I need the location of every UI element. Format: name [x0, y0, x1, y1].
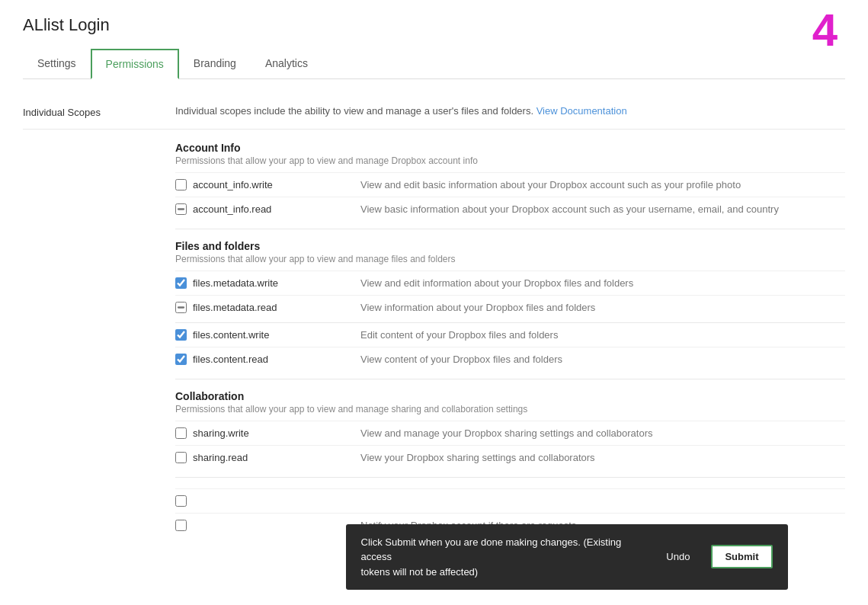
permission-name-account-write: account_info.write: [193, 179, 360, 190]
checkbox-extra1[interactable]: [175, 495, 187, 507]
permission-desc-sharing-write: View and manage your Dropbox sharing set…: [360, 427, 845, 439]
permission-name-files-content-write: files.content.write: [193, 329, 360, 341]
undo-button[interactable]: Undo: [660, 548, 696, 559]
permission-item-extra1: [175, 488, 845, 513]
page-title: ALlist Login: [23, 15, 845, 35]
permission-item-sharing-write: sharing.write View and manage your Dropb…: [175, 421, 845, 445]
checkbox-files-metadata-write[interactable]: [175, 277, 187, 289]
individual-scopes-row: Individual Scopes Individual scopes incl…: [23, 94, 845, 130]
content-area: Individual Scopes Individual scopes incl…: [23, 79, 845, 543]
permission-item-files-content-read: files.content.read View content of your …: [175, 347, 845, 371]
checkbox-sharing-read[interactable]: [175, 452, 187, 463]
page-container: 4 ALlist Login Settings Permissions Bran…: [0, 0, 868, 559]
checkbox-sharing-write[interactable]: [175, 427, 187, 439]
permission-desc-files-metadata-write: View and edit information about your Dro…: [360, 277, 845, 289]
checkbox-files-content-write[interactable]: [175, 329, 187, 341]
permission-desc-files-metadata-read: View information about your Dropbox file…: [360, 302, 845, 313]
permission-desc-sharing-read: View your Dropbox sharing settings and c…: [360, 452, 845, 463]
account-info-title: Account Info: [175, 142, 845, 154]
permission-desc-files-content-write: Edit content of your Dropbox files and f…: [360, 329, 845, 341]
tab-settings[interactable]: Settings: [23, 49, 91, 79]
collaboration-title: Collaboration: [175, 390, 845, 402]
permission-desc-files-content-read: View content of your Dropbox files and f…: [360, 354, 845, 365]
individual-scopes-desc: Individual scopes include the ability to…: [175, 105, 845, 117]
tab-branding[interactable]: Branding: [179, 49, 251, 79]
toast-notification: Click Submit when you are done making ch…: [346, 524, 788, 559]
permission-item-account-read: account_info.read View basic information…: [175, 197, 845, 221]
checkbox-extra2[interactable]: [175, 520, 187, 531]
toast-message-line1: Click Submit when you are done making ch…: [361, 536, 622, 559]
permission-item-files-metadata-read: files.metadata.read View information abo…: [175, 295, 845, 319]
permissions-main-row: Account Info Permissions that allow your…: [23, 130, 845, 543]
toast-message: Click Submit when you are done making ch…: [361, 535, 645, 559]
submit-button[interactable]: Submit: [711, 545, 772, 559]
permission-name-sharing-write: sharing.write: [193, 427, 360, 439]
account-info-block: Account Info Permissions that allow your…: [175, 142, 845, 221]
permission-name-files-metadata-write: files.metadata.write: [193, 277, 360, 289]
permission-item-files-content-write: files.content.write Edit content of your…: [175, 322, 845, 347]
checkbox-account-info-write[interactable]: [175, 179, 187, 190]
files-folders-title: Files and folders: [175, 240, 845, 252]
view-documentation-link[interactable]: View Documentation: [536, 105, 627, 117]
permission-item-files-metadata-write: files.metadata.write View and edit infor…: [175, 270, 845, 295]
account-info-subtitle: Permissions that allow your app to view …: [175, 155, 845, 166]
number-badge: 4: [812, 8, 838, 53]
permission-desc-account-read: View basic information about your Dropbo…: [360, 203, 845, 215]
permission-name-sharing-read: sharing.read: [193, 452, 360, 463]
tab-bar: Settings Permissions Branding Analytics: [23, 49, 845, 79]
permission-name-account-read: account_info.read: [193, 203, 360, 215]
checkbox-files-content-read[interactable]: [175, 354, 187, 365]
tab-analytics[interactable]: Analytics: [251, 49, 322, 79]
individual-scopes-desc-text: Individual scopes include the ability to…: [175, 105, 533, 117]
files-folders-subtitle: Permissions that allow your app to view …: [175, 254, 845, 264]
individual-scopes-label: Individual Scopes: [23, 105, 175, 118]
permission-desc-account-write: View and edit basic information about yo…: [360, 179, 845, 190]
checkbox-account-info-read[interactable]: [175, 203, 187, 215]
permission-item-account-write: account_info.write View and edit basic i…: [175, 172, 845, 197]
collaboration-block: Collaboration Permissions that allow you…: [175, 379, 845, 469]
permission-name-files-metadata-read: files.metadata.read: [193, 302, 360, 313]
checkbox-files-metadata-read[interactable]: [175, 302, 187, 313]
permission-item-sharing-read: sharing.read View your Dropbox sharing s…: [175, 445, 845, 469]
permissions-content: Account Info Permissions that allow your…: [175, 130, 845, 543]
permission-name-files-content-read: files.content.read: [193, 354, 360, 365]
tab-permissions[interactable]: Permissions: [91, 49, 179, 79]
files-folders-block: Files and folders Permissions that allow…: [175, 229, 845, 371]
collaboration-subtitle: Permissions that allow your app to view …: [175, 404, 845, 415]
